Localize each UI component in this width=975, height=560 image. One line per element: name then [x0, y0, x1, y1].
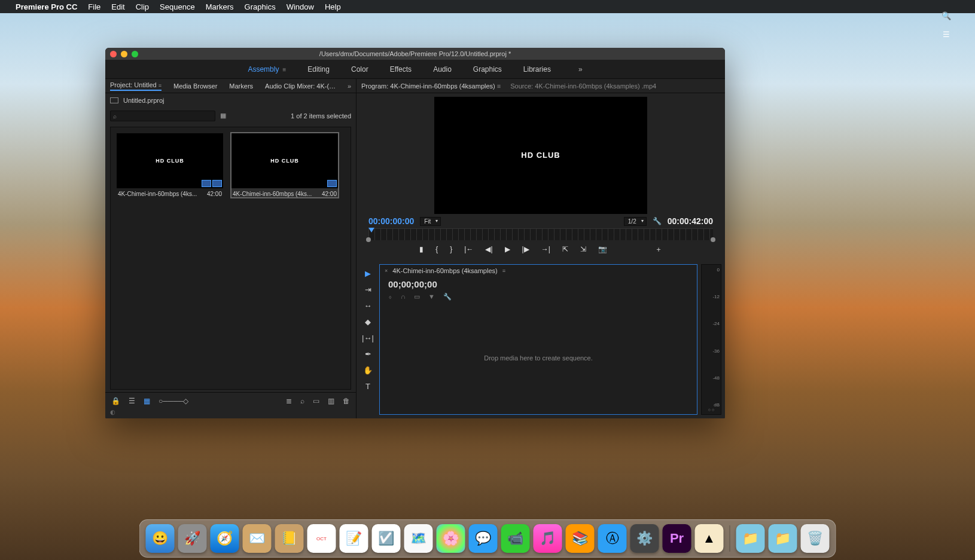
magnet-icon[interactable]: ∩	[401, 293, 406, 301]
dock-maps-icon[interactable]: 🗺️	[404, 524, 433, 553]
dock-notes-icon[interactable]: 📝	[340, 524, 368, 553]
workspace-color[interactable]: Color	[351, 65, 368, 74]
in-handle[interactable]	[366, 237, 371, 242]
lock-icon[interactable]: 🔒	[111, 397, 120, 405]
mark-close-icon[interactable]: }	[450, 245, 452, 253]
tab-media-browser[interactable]: Media Browser	[173, 82, 217, 90]
zoom-button[interactable]	[132, 51, 138, 57]
marker-icon[interactable]: ▼	[428, 293, 435, 301]
tab-source-monitor[interactable]: Source: 4K-Chimei-inn-60mbps (4ksamples)…	[510, 82, 656, 90]
dock-documents-icon[interactable]: 📁	[769, 524, 797, 553]
workspace-effects[interactable]: Effects	[390, 65, 412, 74]
button-editor-icon[interactable]: ＋	[655, 244, 662, 255]
track-select-tool-icon[interactable]: ⇥	[365, 285, 371, 294]
workspace-overflow-icon[interactable]: »	[578, 65, 583, 74]
dock-facetime-icon[interactable]: 📹	[501, 524, 530, 553]
lift-icon[interactable]: ⇱	[562, 245, 568, 253]
zoom-fit-select[interactable]: Fit	[420, 217, 441, 226]
dock-calendar-icon[interactable]: OCT	[307, 524, 336, 553]
menu-graphics[interactable]: Graphics	[245, 2, 276, 11]
clip-item[interactable]: HD CLUB 4K-Chimei-inn-60mbps (4ks...42:0…	[231, 133, 338, 197]
mark-in-icon[interactable]: ▮	[419, 245, 423, 253]
zoom-slider[interactable]: ○────◇	[159, 397, 188, 405]
delete-icon[interactable]: 🗑	[343, 397, 350, 405]
close-sequence-icon[interactable]: ×	[385, 268, 388, 274]
razor-tool-icon[interactable]: ◆	[365, 317, 371, 326]
go-to-in-icon[interactable]: |←	[464, 245, 473, 253]
project-items-grid[interactable]: HD CLUB 4K-Chimei-inn-60mbps (4ks...42:0…	[110, 127, 351, 390]
ripple-edit-tool-icon[interactable]: ↔	[364, 301, 372, 310]
dock-launchpad-icon[interactable]: 🚀	[178, 524, 207, 553]
dock-messages-icon[interactable]: 💬	[469, 524, 498, 553]
panel-overflow-icon[interactable]: »	[348, 82, 351, 90]
window-titlebar[interactable]: /Users/dmx/Documents/Adobe/Premiere Pro/…	[105, 48, 725, 60]
dock-contacts-icon[interactable]: 📒	[275, 524, 304, 553]
step-forward-icon[interactable]: |▶	[522, 245, 529, 253]
tab-audio-clip-mixer[interactable]: Audio Clip Mixer: 4K-(…	[265, 82, 336, 90]
dock-reminders-icon[interactable]: ☑️	[372, 524, 401, 553]
dock-trash-icon[interactable]: 🗑️	[801, 524, 830, 553]
dock-mail-icon[interactable]: ✉️	[243, 524, 272, 553]
tab-project[interactable]: Project: Untitled ≡	[110, 81, 162, 91]
video-viewport[interactable]: HD CLUB	[434, 97, 647, 214]
slip-tool-icon[interactable]: |↔|	[362, 333, 374, 342]
dock-safari-icon[interactable]: 🧭	[211, 524, 239, 553]
menu-help[interactable]: Help	[325, 2, 341, 11]
timeline-drop-zone[interactable]: Drop media here to create sequence.	[380, 302, 697, 414]
timeline-timecode[interactable]: 00;00;00;00	[380, 277, 697, 292]
menubar-clock[interactable]: Sat 6:58 PM	[925, 0, 968, 2]
play-icon[interactable]: ▶	[505, 245, 510, 253]
linked-selection-icon[interactable]: ▭	[414, 293, 420, 301]
step-back-icon[interactable]: ◀|	[485, 245, 492, 253]
close-button[interactable]	[110, 51, 117, 57]
sequence-tab[interactable]: 4K-Chimei-inn-60mbps (4ksamples)	[392, 267, 497, 274]
workspace-editing[interactable]: Editing	[307, 65, 330, 74]
mark-open-icon[interactable]: {	[435, 245, 438, 253]
dock-downloads-icon[interactable]: 📁	[736, 524, 765, 553]
menubar-list-icon[interactable]: ☰	[943, 30, 950, 39]
selection-tool-icon[interactable]: ▶	[365, 269, 371, 278]
timeline-menu-icon[interactable]: ≡	[502, 268, 505, 274]
new-bin-icon[interactable]: ▦	[220, 112, 231, 120]
type-tool-icon[interactable]: T	[365, 382, 370, 391]
workspace-graphics[interactable]: Graphics	[473, 65, 502, 74]
spotlight-icon[interactable]: 🔍	[942, 11, 951, 20]
menu-edit[interactable]: Edit	[111, 2, 124, 11]
hand-tool-icon[interactable]: ✋	[363, 366, 373, 375]
clip-item[interactable]: HD CLUB 4K-Chimei-inn-60mbps (4ks...42:0…	[117, 133, 223, 197]
timeline-panel[interactable]: × 4K-Chimei-inn-60mbps (4ksamples) ≡ 00;…	[379, 264, 697, 415]
menu-window[interactable]: Window	[287, 2, 314, 11]
snap-icon[interactable]: ⬨	[388, 293, 392, 301]
find-icon[interactable]: ⌕	[300, 397, 304, 405]
tab-markers[interactable]: Markers	[229, 82, 253, 90]
new-item-button[interactable]: ▥	[328, 397, 334, 405]
timecode-current[interactable]: 00:00:00:00	[368, 216, 414, 226]
extract-icon[interactable]: ⇲	[580, 245, 586, 253]
workspace-libraries[interactable]: Libraries	[523, 65, 551, 74]
workspace-assembly[interactable]: Assembly≡	[248, 65, 286, 74]
project-search-input[interactable]: ⌕	[110, 111, 215, 121]
monitor-timeline-ruler[interactable]	[368, 228, 713, 240]
info-icon[interactable]: ◐	[110, 409, 115, 415]
pen-tool-icon[interactable]: ✒	[365, 350, 371, 359]
tab-program-monitor[interactable]: Program: 4K-Chimei-inn-60mbps (4ksamples…	[361, 82, 501, 90]
timeline-settings-icon[interactable]: 🔧	[443, 293, 452, 301]
new-bin-button[interactable]: ▭	[313, 397, 319, 405]
list-view-icon[interactable]: ☰	[129, 397, 135, 405]
resolution-select[interactable]: 1/2	[624, 217, 647, 226]
go-to-out-icon[interactable]: →|	[541, 245, 550, 253]
menu-sequence[interactable]: Sequence	[160, 2, 195, 11]
dock-premiere-icon[interactable]: Pr	[663, 524, 691, 553]
sort-icon[interactable]: ≣	[286, 397, 292, 405]
settings-wrench-icon[interactable]: 🔧	[653, 217, 662, 225]
minimize-button[interactable]	[121, 51, 127, 57]
dock-itunes-icon[interactable]: 🎵	[534, 524, 562, 553]
meter-solo-icon[interactable]: ○ ○	[703, 408, 720, 412]
dock-settings-icon[interactable]: ⚙️	[630, 524, 659, 553]
icon-view-icon[interactable]: ▦	[144, 397, 150, 405]
dock-app-icon[interactable]: ▲	[695, 524, 724, 553]
menu-clip[interactable]: Clip	[136, 2, 149, 11]
menu-markers[interactable]: Markers	[206, 2, 234, 11]
dock-appstore-icon[interactable]: Ⓐ	[598, 524, 627, 553]
export-frame-icon[interactable]: 📷	[598, 245, 607, 253]
